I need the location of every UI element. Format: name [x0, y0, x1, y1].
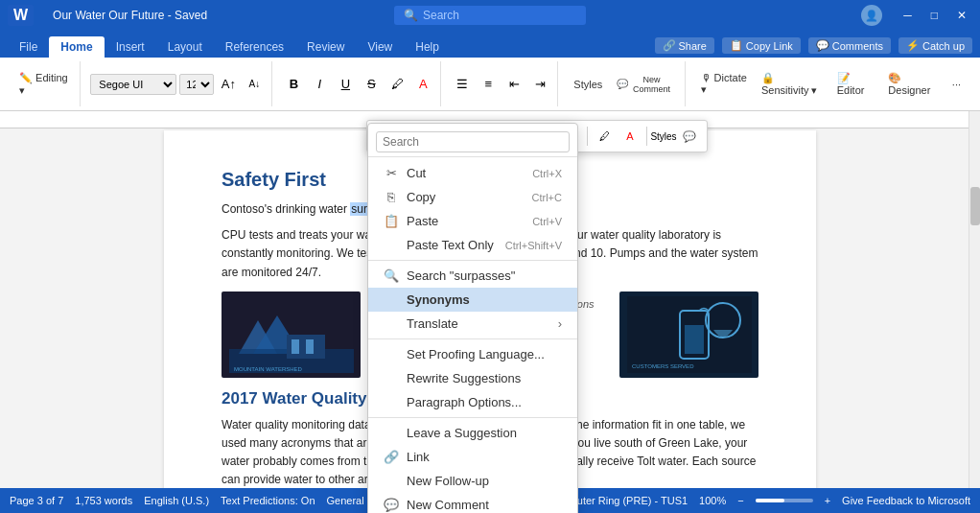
context-menu-rewrite[interactable]: Rewrite Suggestions — [368, 366, 577, 390]
numbering-button[interactable]: ≡ — [477, 73, 500, 96]
svg-rect-5 — [292, 339, 299, 354]
scrollbar[interactable] — [968, 111, 980, 488]
zoom-bar — [756, 499, 813, 502]
mode-indicator: General — [327, 495, 364, 506]
ribbon-tabs: File Home Insert Layout References Revie… — [0, 31, 980, 58]
highlight-button[interactable]: 🖊 — [385, 73, 408, 96]
editing-dropdown[interactable]: ✏️ Editing ▾ — [13, 69, 74, 100]
word-count: 1,753 words — [75, 495, 132, 506]
status-right: Outer Ring (PRE) - TUS1 100% − + Give Fe… — [569, 495, 970, 506]
tab-file[interactable]: File — [8, 36, 49, 58]
indent-more-button[interactable]: ⇥ — [528, 73, 551, 96]
float-styles-btn[interactable]: Styles — [652, 125, 675, 148]
svg-rect-6 — [306, 339, 314, 354]
title-bar: W Our Water Our Future - Saved 🔍 Search … — [0, 0, 980, 31]
float-highlight-btn[interactable]: 🖊 — [593, 125, 616, 148]
strikethrough-button[interactable]: S — [360, 73, 383, 96]
dictate-button[interactable]: 🎙 Dictate ▾ — [695, 69, 753, 99]
context-menu-copy[interactable]: ⎘ Copy Ctrl+C — [368, 185, 577, 209]
context-menu-search-word[interactable]: 🔍 Search "surpasses" — [368, 264, 577, 288]
feedback-link[interactable]: Give Feedback to Microsoft — [842, 495, 970, 506]
more-tools-button[interactable]: ··· — [946, 76, 967, 93]
italic-button[interactable]: I — [308, 73, 331, 96]
tools-group: 🎙 Dictate ▾ 🔒 Sensitivity ▾ 📝 Editor 🎨 D… — [689, 61, 972, 106]
context-menu-translate[interactable]: Translate › — [368, 312, 577, 336]
ring-indicator: Outer Ring (PRE) - TUS1 — [569, 495, 688, 506]
paragraph-group: ☰ ≡ ⇤ ⇥ — [445, 61, 558, 106]
float-color-btn[interactable]: A — [618, 125, 642, 148]
ribbon: ✏️ Editing ▾ Segoe UI 12 A↑ A↓ B I U S 🖊… — [0, 58, 980, 111]
user-avatar: 👤 — [861, 5, 882, 26]
tab-help[interactable]: Help — [404, 36, 451, 58]
app-icon: W — [8, 5, 34, 26]
maximize-btn[interactable]: □ — [925, 9, 944, 22]
styles-button[interactable]: Styles — [568, 76, 608, 93]
editor-button[interactable]: 📝 Editor — [831, 69, 880, 99]
format-group: B I U S 🖊 A — [276, 61, 441, 106]
image-1: MOUNTAIN WATERSHED — [222, 291, 361, 378]
context-menu-paragraph[interactable]: Paragraph Options... — [368, 390, 577, 414]
bullets-button[interactable]: ☰ — [451, 73, 474, 96]
tab-review[interactable]: Review — [295, 36, 356, 58]
context-menu: ✂ Cut Ctrl+X ⎘ Copy Ctrl+C 📋 Paste Ctrl+… — [367, 123, 578, 513]
bold-button[interactable]: B — [282, 73, 305, 96]
context-menu-link[interactable]: 🔗 Link — [368, 445, 577, 469]
copy-link-button[interactable]: 📋 Copy Link — [722, 37, 801, 54]
context-search-input[interactable] — [376, 131, 570, 152]
context-menu-followup[interactable]: New Follow-up — [368, 469, 577, 493]
paste-icon: 📋 — [384, 214, 399, 228]
sensitivity-button[interactable]: 🔒 Sensitivity ▾ — [756, 69, 828, 100]
tab-home[interactable]: Home — [49, 36, 104, 58]
toolbar-divider-3 — [646, 127, 647, 146]
svg-text:CUSTOMERS SERVED: CUSTOMERS SERVED — [632, 363, 694, 369]
context-separator-2 — [368, 338, 577, 339]
translate-arrow: › — [558, 316, 562, 331]
context-menu-proofing[interactable]: Set Proofing Language... — [368, 342, 577, 366]
increase-font-button[interactable]: A↑ — [217, 73, 240, 96]
tab-layout[interactable]: Layout — [156, 36, 214, 58]
svg-text:MOUNTAIN WATERSHED: MOUNTAIN WATERSHED — [234, 366, 303, 372]
tab-insert[interactable]: Insert — [105, 36, 156, 58]
zoom-in-btn[interactable]: + — [825, 495, 830, 506]
comments-button[interactable]: 💬 Comments — [808, 37, 891, 54]
font-name-select[interactable]: Segoe UI — [90, 74, 176, 95]
new-comment-button[interactable]: 💬New Comment — [611, 72, 678, 97]
language-indicator: English (U.S.) — [144, 495, 209, 506]
context-separator-1 — [368, 260, 577, 261]
context-menu-search[interactable] — [368, 128, 577, 157]
font-size-select[interactable]: 12 — [179, 74, 214, 95]
title-search[interactable]: 🔍 Search — [394, 6, 586, 25]
indent-less-button[interactable]: ⇤ — [502, 73, 525, 96]
scrollbar-thumb[interactable] — [970, 187, 980, 225]
designer-button[interactable]: 🎨 Designer — [882, 69, 944, 99]
font-color-button[interactable]: A — [411, 73, 434, 96]
text-predictions: Text Predictions: On — [221, 495, 315, 506]
decrease-font-button[interactable]: A↓ — [243, 73, 266, 96]
close-btn[interactable]: ✕ — [951, 9, 972, 22]
zoom-level: 100% — [699, 495, 726, 506]
copy-icon: ⎘ — [384, 190, 399, 204]
search-word-icon: 🔍 — [384, 268, 399, 283]
tab-view[interactable]: View — [356, 36, 404, 58]
catch-up-button[interactable]: ⚡ Catch up — [898, 37, 972, 54]
new-comment-icon: 💬 — [384, 498, 399, 512]
styles-group: Styles 💬New Comment — [562, 61, 685, 106]
share-button[interactable]: 🔗 Share — [655, 37, 714, 54]
tab-references[interactable]: References — [214, 36, 295, 58]
cut-icon: ✂ — [384, 166, 399, 180]
search-icon: 🔍 — [404, 9, 418, 22]
context-menu-synonyms[interactable]: Synonyms — [368, 288, 577, 312]
context-separator-3 — [368, 417, 577, 418]
float-new-comment-btn[interactable]: 💬 — [678, 125, 701, 148]
underline-button[interactable]: U — [334, 73, 357, 96]
clipboard-group: ✏️ Editing ▾ — [8, 61, 81, 106]
context-menu-paste[interactable]: 📋 Paste Ctrl+V — [368, 209, 577, 233]
context-menu-paste-text[interactable]: Paste Text Only Ctrl+Shift+V — [368, 233, 577, 257]
svg-rect-11 — [685, 325, 704, 354]
minimize-btn[interactable]: ─ — [898, 9, 918, 22]
context-menu-suggestion[interactable]: Leave a Suggestion — [368, 421, 577, 445]
zoom-out-btn[interactable]: − — [737, 495, 743, 506]
toolbar-divider-2 — [587, 127, 588, 146]
context-menu-new-comment[interactable]: 💬 New Comment — [368, 493, 577, 513]
context-menu-cut[interactable]: ✂ Cut Ctrl+X — [368, 161, 577, 185]
